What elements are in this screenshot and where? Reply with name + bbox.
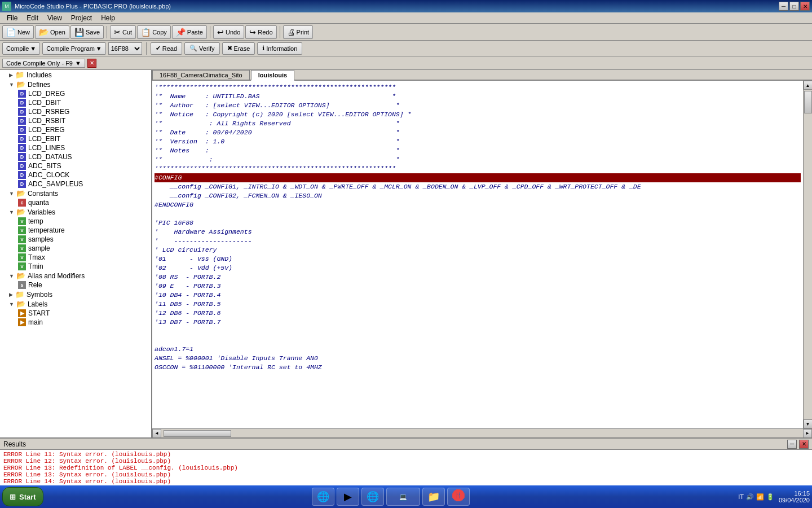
- menu-file[interactable]: File: [2, 13, 22, 23]
- clock-time: 16:15: [779, 490, 810, 497]
- taskbar-browser[interactable]: 🌐: [361, 488, 384, 506]
- code-line: '* Notes : *: [155, 146, 801, 155]
- start-button[interactable]: ⊞ Start: [2, 487, 43, 506]
- paste-button[interactable]: 📌 Paste: [172, 25, 207, 39]
- tree-adc-bits[interactable]: D ADC_BITS: [0, 161, 151, 170]
- compile-program-dropdown[interactable]: Compile Program ▼: [42, 42, 105, 55]
- code-line: '* Name : UNTITLED.BAS *: [155, 92, 801, 101]
- includes-arrow: ▶: [9, 72, 13, 78]
- tree-temperature[interactable]: v temperature: [0, 226, 151, 235]
- verify-button[interactable]: 🔍 Verify: [184, 42, 220, 55]
- print-button[interactable]: 🖨 Print: [283, 25, 314, 39]
- open-button[interactable]: 📂 Open: [35, 25, 69, 39]
- main-toolbar: 📄 New 📂 Open 💾 Save ✂ Cut 📋 Copy 📌 Paste…: [0, 24, 812, 41]
- tree-lcd-dbit[interactable]: D LCD_DBIT: [0, 98, 151, 107]
- tree-quanta[interactable]: c quanta: [0, 198, 151, 207]
- compile-dropdown[interactable]: Compile ▼: [2, 42, 40, 55]
- tree-labels[interactable]: ▼ 📂 Labels: [0, 299, 151, 309]
- tree-temp[interactable]: v temp: [0, 217, 151, 226]
- chip-select[interactable]: 16F88 16F84 16F628 18F452: [108, 42, 142, 55]
- cut-icon: ✂: [114, 28, 121, 37]
- scroll-right-button[interactable]: ►: [803, 429, 812, 438]
- menu-help[interactable]: Help: [96, 13, 120, 23]
- taskbar-app1[interactable]: 💻: [386, 488, 420, 506]
- copy-button[interactable]: 📋 Copy: [137, 25, 171, 39]
- menu-edit[interactable]: Edit: [22, 13, 43, 23]
- information-button[interactable]: ℹ Information: [257, 42, 302, 55]
- v-icon: v: [18, 244, 26, 252]
- compile-bar-close[interactable]: ✕: [87, 59, 96, 68]
- new-button[interactable]: 📄 New: [2, 25, 34, 39]
- minimize-button[interactable]: ─: [779, 2, 788, 11]
- code-line: OSCCON = %01100000 'Internal RC set to 4…: [155, 363, 801, 372]
- scroll-left-button[interactable]: ◄: [152, 429, 161, 438]
- tree-constants[interactable]: ▼ 📂 Constants: [0, 189, 151, 198]
- tmax-label: Tmax: [28, 253, 45, 261]
- taskbar-ie[interactable]: 🌐: [312, 488, 334, 506]
- tree-rele[interactable]: s Rele: [0, 281, 151, 290]
- tab-louislouis[interactable]: louislouis: [251, 70, 294, 81]
- code-line: '* Version : 1.0 *: [155, 137, 801, 146]
- tree-lcd-dataus[interactable]: D LCD_DATAUS: [0, 152, 151, 161]
- tree-lcd-ebit[interactable]: D LCD_EBIT: [0, 134, 151, 143]
- scroll-up-button[interactable]: ▲: [804, 81, 813, 90]
- tree-sample[interactable]: v sample: [0, 244, 151, 253]
- tree-samples[interactable]: v samples: [0, 235, 151, 244]
- scroll-down-button[interactable]: ▼: [804, 419, 813, 428]
- tree-start[interactable]: ▶ START: [0, 309, 151, 318]
- menu-view[interactable]: View: [43, 13, 67, 23]
- tree-variables[interactable]: ▼ 📂 Variables: [0, 207, 151, 217]
- error-line-2: ERROR Line 12: Syntax error. (louislouis…: [3, 458, 809, 465]
- menu-project[interactable]: Project: [67, 13, 96, 23]
- results-close[interactable]: ✕: [799, 440, 809, 449]
- taskbar-app2[interactable]: 🅜: [447, 488, 470, 506]
- tree-defines[interactable]: ▼ 📂 Defines: [0, 80, 151, 89]
- tree-adc-clock[interactable]: D ADC_CLOCK: [0, 170, 151, 179]
- tree-alias[interactable]: ▼ 📂 Alias and Modifiers: [0, 271, 151, 281]
- tab-camera[interactable]: 16F88_CameraClimatica_Sito: [152, 70, 250, 80]
- close-button[interactable]: ✕: [800, 2, 810, 11]
- verify-icon: 🔍: [189, 45, 197, 52]
- tree-tmax[interactable]: v Tmax: [0, 253, 151, 262]
- editor-wrapper: '***************************************…: [152, 81, 812, 428]
- tree-lcd-lines[interactable]: D LCD_LINES: [0, 143, 151, 152]
- tree-tmin[interactable]: v Tmin: [0, 262, 151, 271]
- code-line: '11 DB5 - PORTB.5: [155, 300, 801, 309]
- tree-lcd-dreg[interactable]: D LCD_DREG: [0, 89, 151, 98]
- read-button[interactable]: ✔ Read: [151, 42, 182, 55]
- code-line: '***************************************…: [155, 83, 801, 92]
- taskbar-media[interactable]: ▶: [337, 488, 359, 506]
- v-icon: v: [18, 262, 26, 270]
- save-label: Save: [86, 29, 100, 36]
- tree-symbols[interactable]: ▶ 📁 Symbols: [0, 290, 151, 299]
- code-content[interactable]: '***************************************…: [152, 81, 803, 428]
- taskbar-explorer[interactable]: 📁: [422, 488, 445, 506]
- h-scroll-track[interactable]: [161, 429, 803, 437]
- scroll-track[interactable]: [804, 90, 812, 419]
- results-minimize[interactable]: ─: [787, 440, 797, 449]
- undo-button[interactable]: ↩ Undo: [213, 25, 244, 39]
- code-line: adcon1.7=1: [155, 345, 801, 354]
- save-icon: 💾: [74, 28, 84, 37]
- tree-adc-sampleus[interactable]: D ADC_SAMPLEUS: [0, 179, 151, 189]
- title-bar: M MicroCode Studio Plus - PICBASIC PRO (…: [0, 0, 812, 12]
- tree-includes[interactable]: ▶ 📁 Includes: [0, 70, 151, 80]
- erase-icon: ✖: [227, 45, 232, 52]
- d-icon: D: [18, 180, 26, 188]
- maximize-button[interactable]: □: [789, 2, 799, 11]
- code-line: '02 - Vdd (+5V): [155, 264, 801, 273]
- h-scroll-thumb[interactable]: [164, 430, 231, 437]
- labels-folder-icon: 📂: [16, 300, 25, 308]
- compile-arrow-icon: ▼: [30, 45, 36, 52]
- scroll-thumb[interactable]: [804, 91, 812, 113]
- redo-button[interactable]: ↪ Redo: [245, 25, 276, 39]
- save-button[interactable]: 💾 Save: [70, 25, 104, 39]
- cut-button[interactable]: ✂ Cut: [110, 25, 136, 39]
- toolbar-separator-1: [107, 26, 107, 38]
- tree-lcd-ereg[interactable]: D LCD_EREG: [0, 125, 151, 134]
- tree-lcd-rsreg[interactable]: D LCD_RSREG: [0, 107, 151, 116]
- erase-label: Erase: [234, 45, 250, 52]
- tree-main[interactable]: ▶ main: [0, 318, 151, 327]
- erase-button[interactable]: ✖ Erase: [222, 42, 255, 55]
- tree-lcd-rsbit[interactable]: D LCD_RSBIT: [0, 116, 151, 125]
